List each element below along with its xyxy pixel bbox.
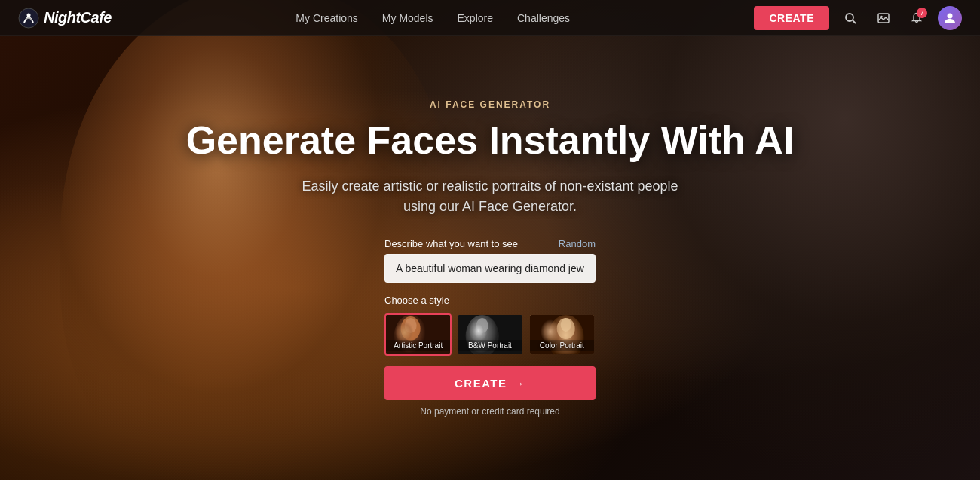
style-bw-card[interactable]: B&W Portrait (456, 313, 523, 356)
field-header: Describe what you want to see Random (384, 238, 596, 249)
search-button[interactable] (838, 6, 862, 30)
main-content: AI FACE GENERATOR Generate Faces Instant… (0, 36, 980, 480)
logo[interactable]: NightCafe (18, 8, 112, 29)
svg-point-10 (405, 318, 417, 333)
nav-my-creations[interactable]: My Creations (296, 12, 357, 24)
user-avatar[interactable] (938, 6, 962, 30)
random-link[interactable]: Random (559, 238, 596, 249)
style-artistic-card[interactable]: Artistic Portrait (384, 313, 452, 356)
create-nav-button[interactable]: CREATE (754, 6, 829, 30)
svg-point-17 (560, 318, 571, 332)
notifications-button[interactable]: 7 (905, 6, 929, 30)
subtitle-line2: using our AI Face Generator. (403, 199, 577, 214)
search-icon (844, 12, 856, 24)
logo-text: NightCafe (44, 9, 112, 26)
logo-icon (18, 8, 39, 29)
avatar-icon (943, 11, 957, 25)
nav-my-models[interactable]: My Models (382, 12, 433, 24)
svg-point-13 (476, 318, 488, 333)
nav-explore[interactable]: Explore (458, 12, 493, 24)
navbar-center: My Creations My Models Explore Challenge… (296, 12, 570, 24)
image-button[interactable] (871, 6, 896, 30)
style-label: Choose a style (384, 295, 596, 306)
style-artistic-label: Artistic Portrait (386, 340, 450, 351)
svg-point-2 (846, 14, 853, 21)
main-subtitle: Easily create artistic or realistic port… (302, 176, 678, 217)
style-options: Artistic Portrait (384, 313, 596, 356)
subtitle-line1: Easily create artistic or realistic port… (302, 179, 678, 194)
svg-point-6 (947, 13, 952, 18)
notification-badge: 7 (917, 8, 927, 18)
no-payment-text: No payment or credit card required (384, 406, 596, 417)
create-submit-button[interactable]: CREATE → (384, 366, 596, 400)
main-title: Generate Faces Instantly With AI (186, 119, 795, 162)
page-label: AI FACE GENERATOR (430, 99, 550, 110)
nav-challenges[interactable]: Challenges (517, 12, 570, 24)
create-submit-arrow: → (513, 377, 526, 390)
image-icon (877, 12, 890, 24)
navbar-left: NightCafe (18, 8, 112, 29)
describe-label: Describe what you want to see (384, 238, 518, 249)
style-bw-label: B&W Portrait (458, 340, 522, 351)
create-submit-label: CREATE (455, 377, 507, 390)
svg-point-1 (27, 13, 31, 17)
svg-line-3 (853, 20, 856, 23)
style-color-label: Color Portrait (530, 340, 594, 351)
style-color-card[interactable]: Color Portrait (528, 313, 596, 356)
navbar-right: CREATE 7 (754, 6, 962, 30)
navbar: NightCafe My Creations My Models Explore… (0, 0, 980, 36)
form-container: Describe what you want to see Random Cho… (384, 238, 596, 417)
describe-input[interactable] (384, 254, 596, 283)
